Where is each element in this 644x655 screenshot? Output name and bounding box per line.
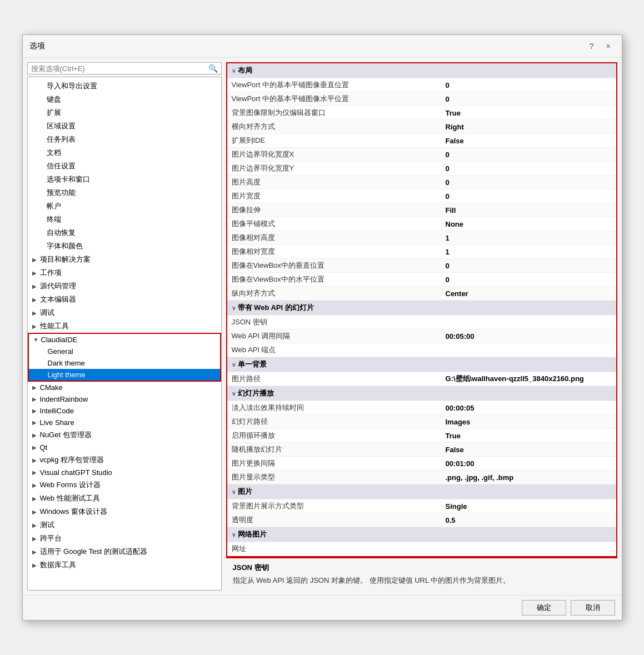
prop-row[interactable]: 图片高度0 xyxy=(227,176,616,189)
prop-row[interactable]: ViewPort 中的基本平铺图像水平位置0 xyxy=(227,92,616,106)
help-button[interactable]: ? xyxy=(585,39,598,53)
tree-item-crossplatform[interactable]: ▶跨平台 xyxy=(28,532,221,545)
tree-item-qt[interactable]: ▶Qt xyxy=(28,442,221,453)
tree-item-light[interactable]: Light theme xyxy=(29,369,220,381)
prop-value[interactable]: False xyxy=(441,134,616,148)
section-header-web-api[interactable]: ∨ 带有 Web API 的幻灯片 xyxy=(227,301,616,316)
prop-row[interactable]: 透明度0.5 xyxy=(227,513,616,527)
prop-row[interactable]: 淡入淡出效果持续时间00:00:05 xyxy=(227,401,616,415)
tree-item-webperf[interactable]: ▶Web 性能测试工具 xyxy=(28,492,221,505)
prop-value[interactable]: .png, .jpg, .gif, .bmp xyxy=(441,471,616,484)
prop-row[interactable]: 图片宽度0 xyxy=(227,189,616,203)
prop-value[interactable]: 0 xyxy=(441,148,616,162)
tree-item-vcpkg[interactable]: ▶vcpkg 程序包管理器 xyxy=(28,453,221,467)
tree-item-tabs[interactable]: 选项卡和窗口 xyxy=(28,173,221,186)
tree-item-debug[interactable]: ▶调试 xyxy=(28,306,221,319)
prop-value[interactable]: Single xyxy=(441,499,616,513)
prop-row[interactable]: 横向对齐方式Right xyxy=(227,120,616,134)
tree-item-perftools[interactable]: ▶性能工具 xyxy=(28,319,221,333)
cancel-button[interactable]: 取消 xyxy=(571,600,615,616)
section-header-slideshow[interactable]: ∨ 幻灯片播放 xyxy=(227,386,616,401)
ok-button[interactable]: 确定 xyxy=(522,600,566,616)
tree-item-visualchatgpt[interactable]: ▶Visual chatGPT Studio xyxy=(28,467,221,478)
prop-value[interactable]: 00:01:00 xyxy=(441,457,616,471)
tree-item-docs[interactable]: 文档 xyxy=(28,146,221,159)
tree-item-preview[interactable]: 预览功能 xyxy=(28,186,221,199)
tree-item-tasklist[interactable]: 任务列表 xyxy=(28,133,221,146)
prop-value[interactable]: Fill xyxy=(441,203,616,217)
prop-value[interactable]: Center xyxy=(441,287,616,301)
prop-value[interactable] xyxy=(441,542,616,556)
prop-row[interactable]: 图像在ViewBox中的水平位置0 xyxy=(227,273,616,287)
prop-value[interactable]: 0 xyxy=(441,162,616,176)
prop-row[interactable]: 图像相对高度1 xyxy=(227,231,616,245)
tree-item-claudia[interactable]: ▼ClaudiaIDE xyxy=(29,334,220,346)
prop-row[interactable]: 图片路径G:\壁纸\wallhaven-qzzll5_3840x2160.png xyxy=(227,372,616,386)
tree-item-autorecover[interactable]: 自动恢复 xyxy=(28,226,221,239)
close-button[interactable]: × xyxy=(602,39,615,53)
search-input[interactable] xyxy=(31,64,206,73)
prop-row[interactable]: 背景图片展示方式类型Single xyxy=(227,499,616,513)
tree-item-test[interactable]: ▶测试 xyxy=(28,518,221,532)
tree-item-terminal[interactable]: 终端 xyxy=(28,213,221,226)
prop-value[interactable]: 1 xyxy=(441,231,616,245)
tree-item-workitems[interactable]: ▶工作项 xyxy=(28,266,221,279)
prop-value[interactable]: None xyxy=(441,217,616,231)
prop-row[interactable]: 扩展到IDEFalse xyxy=(227,134,616,148)
tree-item-dbtools[interactable]: ▶数据库工具 xyxy=(28,558,221,572)
prop-row[interactable]: 纵向对齐方式Center xyxy=(227,287,616,301)
prop-row[interactable]: 随机播放幻灯片False xyxy=(227,443,616,457)
tree-item-region[interactable]: 区域设置 xyxy=(28,119,221,133)
prop-value[interactable]: 00:05:00 xyxy=(441,329,616,343)
prop-value[interactable]: False xyxy=(441,443,616,457)
tree-item-trust[interactable]: 信任设置 xyxy=(28,159,221,173)
prop-row[interactable]: 启用循环播放True xyxy=(227,429,616,443)
section-header-layout[interactable]: ∨ 布局 xyxy=(227,63,616,78)
tree-item-projects[interactable]: ▶项目和解决方案 xyxy=(28,253,221,266)
prop-row[interactable]: 图像相对宽度1 xyxy=(227,245,616,259)
tree-item-sourcectrl[interactable]: ▶源代码管理 xyxy=(28,279,221,293)
prop-value[interactable]: 1 xyxy=(441,245,616,259)
prop-value[interactable] xyxy=(441,343,616,357)
prop-row[interactable]: 图片边界羽化宽度Y0 xyxy=(227,162,616,176)
prop-row[interactable]: 图片显示类型.png, .jpg, .gif, .bmp xyxy=(227,471,616,484)
tree-item-general[interactable]: General xyxy=(29,346,220,357)
prop-value[interactable]: 0 xyxy=(441,92,616,106)
tree-item-winforms[interactable]: ▶Windows 窗体设计器 xyxy=(28,505,221,518)
prop-value[interactable]: 00:00:05 xyxy=(441,401,616,415)
tree-item-intellicode[interactable]: ▶IntelliCode xyxy=(28,405,221,417)
prop-value[interactable]: True xyxy=(441,429,616,443)
tree-item-webforms[interactable]: ▶Web Forms 设计器 xyxy=(28,478,221,492)
section-header-network-image[interactable]: ∨ 网络图片 xyxy=(227,527,616,542)
tree-item-extensions[interactable]: 扩展 xyxy=(28,106,221,119)
prop-row[interactable]: JSON 密钥 xyxy=(227,316,616,329)
tree-item-texteditor[interactable]: ▶文本编辑器 xyxy=(28,293,221,306)
prop-row[interactable]: Web API 调用间隔00:05:00 xyxy=(227,329,616,343)
prop-value[interactable]: 0.5 xyxy=(441,513,616,527)
tree-item-liveshare[interactable]: ▶Live Share xyxy=(28,417,221,428)
tree-item-googletest[interactable]: ▶适用于 Google Test 的测试适配器 xyxy=(28,545,221,558)
tree-item-nuget[interactable]: ▶NuGet 包管理器 xyxy=(28,428,221,442)
prop-row[interactable]: 图像平铺模式None xyxy=(227,217,616,231)
search-box[interactable]: 🔍 xyxy=(27,62,222,74)
prop-value[interactable]: 0 xyxy=(441,259,616,273)
prop-row[interactable]: 图像在ViewBox中的垂直位置0 xyxy=(227,259,616,273)
prop-row[interactable]: 幻灯片路径Images xyxy=(227,415,616,429)
prop-value[interactable]: 0 xyxy=(441,78,616,92)
section-header-single-bg[interactable]: ∨ 单一背景 xyxy=(227,357,616,372)
prop-row[interactable]: 图片边界羽化宽度X0 xyxy=(227,148,616,162)
tree-container[interactable]: 导入和导出设置键盘扩展区域设置任务列表文档信任设置选项卡和窗口预览功能帐户终端自… xyxy=(27,77,222,591)
prop-value[interactable]: G:\壁纸\wallhaven-qzzll5_3840x2160.png xyxy=(441,372,616,386)
prop-row[interactable]: 图像拉伸Fill xyxy=(227,203,616,217)
tree-item-dark[interactable]: Dark theme xyxy=(29,357,220,369)
tree-item-indentrainbow[interactable]: ▶IndentRainbow xyxy=(28,393,221,405)
prop-row[interactable]: Web API 端点 xyxy=(227,343,616,357)
prop-value[interactable]: 0 xyxy=(441,273,616,287)
prop-value[interactable] xyxy=(441,316,616,329)
tree-item-fontcolor[interactable]: 字体和颜色 xyxy=(28,239,221,253)
prop-value[interactable]: Images xyxy=(441,415,616,429)
tree-item-account[interactable]: 帐户 xyxy=(28,199,221,213)
prop-value[interactable]: Right xyxy=(441,120,616,134)
prop-value[interactable]: 0 xyxy=(441,176,616,189)
prop-row[interactable]: 背景图像限制为仅编辑器窗口True xyxy=(227,106,616,120)
